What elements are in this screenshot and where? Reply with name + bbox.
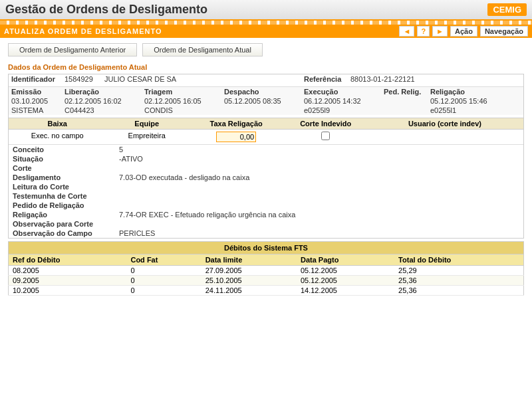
religacao-row: Religação 7.74-OR EXEC - Efetuado religa… <box>9 210 523 219</box>
taxa-religacao-field[interactable] <box>192 132 281 142</box>
identificador-value: 1584929 <box>62 74 102 84</box>
execucao-value: 06.12.2005 14:32 <box>301 96 381 106</box>
data-pagto-header: Data Pagto <box>297 254 394 266</box>
debito-cod_fat: 0 <box>126 286 201 296</box>
situacao-label: Situação <box>9 154 115 163</box>
sys-col4 <box>221 106 301 115</box>
debito-ref: 09.2005 <box>9 276 127 286</box>
name-value: JULIO CESAR DE SA <box>102 74 301 84</box>
triagem-value: 02.12.2005 16:05 <box>142 96 221 106</box>
main-content: Ordem de Desligamento Anterior Ordem de … <box>0 38 532 301</box>
conceito-value: 5 <box>115 145 523 154</box>
execucao-header: Execução <box>301 87 381 97</box>
liberacao-header: Liberação <box>62 87 142 97</box>
top-header: Gestão de Ordens de Desligamento CEMIG <box>0 0 532 21</box>
liberacao-value: 02.12.2005 16:02 <box>62 96 142 106</box>
religacao-value: 05.12.2005 15:46 <box>428 96 523 106</box>
corte-indevido-header: Corte Indevido <box>281 120 370 128</box>
situacao-value: -ATIVO <box>115 154 523 163</box>
debito-data_limite: 27.09.2005 <box>201 266 297 276</box>
nav-bar: ATUALIZA ORDEM DE DESLIGAMENTO ◄ ? ► Açã… <box>0 25 532 38</box>
cod-fat-header: Cod Fat <box>126 254 201 266</box>
debito-row: 10.2005024.11.200514.12.200525,36 <box>9 286 524 296</box>
pedido-religacao-label: Pedido de Religação <box>9 201 115 210</box>
navigation-btn[interactable]: Navegação <box>480 26 528 37</box>
desligamento-row: Desligamento 7.03-OD executada - desliga… <box>9 173 523 182</box>
debito-data_pagto: 05.12.2005 <box>297 266 394 276</box>
total-header: Total do Débito <box>394 254 523 266</box>
referencia-label: Referência <box>301 74 348 84</box>
debito-data_pagto: 05.12.2005 <box>297 276 394 286</box>
triagem-header: Triagem <box>142 87 221 97</box>
baixa-value: Exec. no campo <box>13 132 102 142</box>
sys-col7: e0255l1 <box>428 106 523 115</box>
equipe-header: Equipe <box>102 120 191 128</box>
identification-table: Identificador 1584929 JULIO CESAR DE SA … <box>9 74 523 84</box>
testemunha-corte-label: Testemunha de Corte <box>9 191 115 201</box>
sys-col2: C044423 <box>62 106 142 115</box>
detail-table: Conceito 5 Situação -ATIVO Corte Desliga… <box>9 145 523 238</box>
previous-order-btn[interactable]: Ordem de Desligamento Anterior <box>8 43 137 56</box>
obs-corte-label: Observação para Corte <box>9 219 115 229</box>
equipe-value: Empreiteira <box>102 132 191 142</box>
usuario-corte-header: Usuario (corte indev) <box>370 120 519 128</box>
help-btn[interactable]: ? <box>417 26 430 37</box>
obs-corte-row: Observação para Corte <box>9 219 523 229</box>
wave-decoration <box>0 21 532 25</box>
debito-ref: 10.2005 <box>9 286 127 296</box>
obs-campo-value: PERICLES <box>115 229 523 238</box>
corte-value <box>115 163 523 173</box>
conceito-row: Conceito 5 <box>9 145 523 154</box>
obs-corte-value <box>115 219 523 229</box>
ped-relig-value <box>381 96 428 106</box>
corte-row: Corte <box>9 163 523 173</box>
dates-header-table: Emissão Liberação Triagem Despacho Execu… <box>9 86 523 115</box>
page-title: Gestão de Ordens de Desligamento <box>5 3 207 17</box>
testemunha-corte-row: Testemunha de Corte <box>9 191 523 201</box>
baixa-header: Baixa <box>13 120 102 128</box>
leitura-corte-label: Leitura do Corte <box>9 182 115 191</box>
debito-cod_fat: 0 <box>126 276 201 286</box>
debito-row: 09.2005025.10.200505.12.200525,36 <box>9 276 524 286</box>
prev-arrow-btn[interactable]: ◄ <box>399 26 414 37</box>
referencia-value: 88013-01-21-22121 <box>348 74 523 84</box>
ped-relig-header: Ped. Relig. <box>381 87 428 97</box>
pedido-religacao-row: Pedido de Religação <box>9 201 523 210</box>
nav-controls: ◄ ? ► Ação Navegação <box>399 26 528 37</box>
leitura-corte-row: Leitura do Corte <box>9 182 523 191</box>
section-title: Dados da Ordem de Desligamento Atual <box>8 63 524 71</box>
debito-total: 25,29 <box>394 266 523 276</box>
despacho-header: Despacho <box>221 87 301 97</box>
debitos-header-row: Ref do Débito Cod Fat Data limite Data P… <box>9 254 524 266</box>
current-order-btn[interactable]: Ordem de Desligamento Atual <box>142 43 263 56</box>
ref-debito-header: Ref do Débito <box>9 254 127 266</box>
corte-indevido-checkbox-cell[interactable] <box>281 132 370 142</box>
pedido-religacao-value <box>115 201 523 210</box>
religacao-header: Religação <box>428 87 523 97</box>
action-btn[interactable]: Ação <box>450 26 477 37</box>
corte-indevido-checkbox[interactable] <box>321 132 330 140</box>
debitos-section: Débitos do Sistema FTS Ref do Débito Cod… <box>8 241 524 296</box>
debito-total: 25,36 <box>394 276 523 286</box>
debito-cod_fat: 0 <box>126 266 201 276</box>
debitos-title: Débitos do Sistema FTS <box>8 241 524 254</box>
sys-col1: SISTEMA <box>9 106 62 115</box>
obs-campo-row: Observação do Campo PERICLES <box>9 229 523 238</box>
debito-data_limite: 24.11.2005 <box>201 286 297 296</box>
debito-ref: 08.2005 <box>9 266 127 276</box>
debito-data_limite: 25.10.2005 <box>201 276 297 286</box>
sys-col3: CONDIS <box>142 106 221 115</box>
sys-col5: e0255l9 <box>301 106 381 115</box>
debito-row: 08.2005027.09.200505.12.200525,29 <box>9 266 524 276</box>
despacho-value: 05.12.2005 08:35 <box>221 96 301 106</box>
taxa-religacao-input[interactable] <box>216 132 256 142</box>
next-arrow-btn[interactable]: ► <box>432 26 448 37</box>
main-data-section: Identificador 1584929 JULIO CESAR DE SA … <box>8 74 524 239</box>
emissao-header: Emissão <box>9 87 62 97</box>
religacao-value: 7.74-OR EXEC - Efetuado religação urgênc… <box>115 210 523 219</box>
sys-col6 <box>381 106 428 115</box>
debito-total: 25,36 <box>394 286 523 296</box>
data-limite-header: Data limite <box>201 254 297 266</box>
order-buttons: Ordem de Desligamento Anterior Ordem de … <box>8 43 524 56</box>
leitura-corte-value <box>115 182 523 191</box>
